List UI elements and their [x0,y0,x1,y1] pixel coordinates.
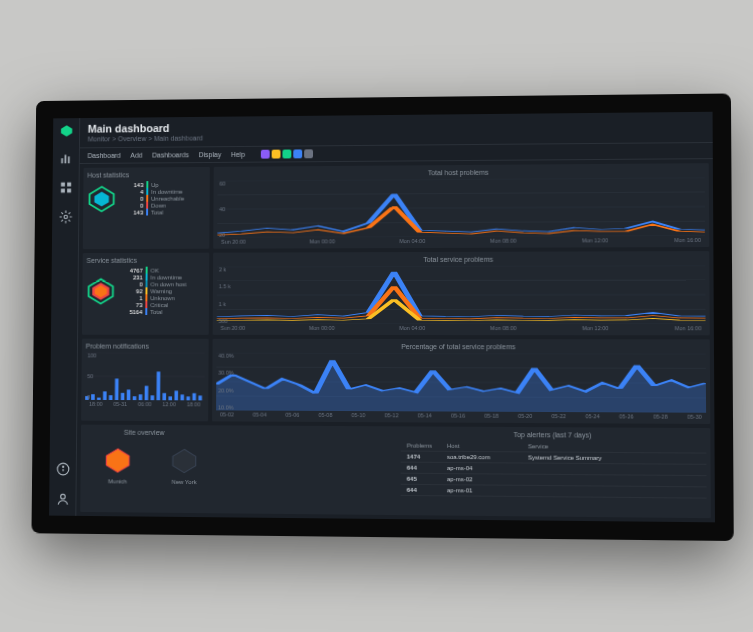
x-tick: 05-22 [551,413,565,419]
alerter-host: soa.tribe29.com [446,454,527,461]
x-tick: 05-16 [450,413,464,419]
stat-count: 4 [122,189,143,195]
notif-title: Problem notifications [85,343,204,350]
x-tick: 05-12 [384,412,398,418]
stat-row: 5164Total [120,308,185,315]
x-tick: Mon 04:00 [399,238,425,244]
notifications-panel: Problem notifications 100500 18:0005-310… [81,339,209,422]
svg-line-24 [216,280,704,281]
x-tick: Mon 00:00 [309,238,335,244]
svg-marker-57 [106,449,129,472]
site-hexagon-icon [170,447,198,475]
svg-rect-50 [198,396,202,401]
x-tick: Mon 04:00 [399,325,425,331]
x-tick: 05-04 [252,412,266,418]
badge-gray-icon[interactable] [303,149,312,158]
svg-rect-48 [186,397,190,401]
site-munich[interactable]: Munich [103,447,131,485]
stat-row: 73Critical [121,301,186,308]
svg-rect-7 [66,189,70,193]
monitor-icon[interactable] [59,151,73,167]
x-tick: Mon 08:00 [490,325,516,331]
toolbar-dashboard[interactable]: Dashboard [87,152,120,159]
alerters-title: Top alerters (last 7 days) [400,430,705,439]
grid-icon[interactable] [58,181,72,197]
badge-purple-icon[interactable] [260,150,269,159]
stat-row: 143Total [121,208,183,215]
svg-marker-58 [172,449,195,472]
alerter-row[interactable]: 644ap-ms-01 [400,485,706,499]
stat-count: 92 [121,288,142,294]
alerter-problems: 645 [406,476,446,482]
svg-rect-37 [120,393,124,400]
gear-icon[interactable] [58,210,72,226]
toolbar-help[interactable]: Help [230,151,244,158]
svg-rect-6 [60,189,64,193]
stat-color-bar [145,287,147,294]
badge-yellow-icon[interactable] [271,150,280,159]
svg-rect-42 [150,395,154,400]
site-new-york[interactable]: New York [170,447,198,485]
alerters-col-service: Service [527,443,547,449]
stat-label: Unknown [150,295,174,301]
x-tick: 05-06 [285,412,299,418]
chart-title-pct: Percentage of total service problems [216,343,705,351]
badge-green-icon[interactable] [282,150,291,159]
alerter-host: ap-ms-02 [446,476,527,483]
svg-line-18 [217,221,705,223]
stat-row: 1Unknown [121,294,186,301]
svg-point-11 [62,466,63,467]
badge-blue-icon[interactable] [293,149,302,158]
svg-rect-36 [114,379,118,400]
service-problems-chart[interactable]: 2 k1.5 k1 k500 [216,265,705,324]
svg-rect-2 [64,155,66,164]
top-alerters-panel: Top alerters (last 7 days) Problems Host… [400,430,706,514]
stat-color-bar [145,301,147,308]
stat-count: 143 [122,182,143,188]
stat-color-bar [146,181,148,188]
alerter-host: ap-ms-04 [446,465,527,472]
svg-rect-35 [108,395,112,400]
stat-color-bar [145,280,147,287]
percentage-chart[interactable]: 40.0%30.0%20.0%10.0% [216,353,706,413]
notifications-chart[interactable]: 100500 [85,352,204,400]
stat-count: 0 [121,281,142,287]
stat-label: In downtime [151,188,183,194]
svg-line-15 [217,177,704,180]
stat-color-bar [146,188,148,195]
svg-rect-40 [138,394,142,400]
host-problems-chart[interactable]: 604020 [217,177,705,238]
app-logo-icon[interactable] [59,124,73,138]
sidebar [49,118,80,516]
toolbar-add[interactable]: Add [130,152,142,159]
host-statistics-panel: Host statistics 143Up4In downtime0Unreac… [82,167,209,249]
stat-label: OK [150,267,158,273]
svg-point-12 [60,494,65,499]
svg-rect-3 [67,156,69,163]
stat-label: Up [151,182,159,188]
toolbar-display[interactable]: Display [198,151,220,158]
x-tick: Sun 20:00 [220,325,245,331]
svg-rect-44 [162,393,166,400]
x-tick: Mon 00:00 [308,325,334,331]
toolbar-dashboards[interactable]: Dashboards [152,151,189,158]
service-statistics-panel: Service statistics 4767OK231In downtime0… [81,253,208,335]
alerters-col-host: Host [446,443,527,450]
stat-count: 1 [121,295,142,301]
toolbar-badges [260,149,312,158]
stat-label: Warning [150,288,172,294]
svg-marker-14 [94,191,109,206]
stat-color-bar [145,274,147,281]
user-icon[interactable] [55,492,69,508]
percentage-chart-panel: Percentage of total service problems 40.… [212,339,710,424]
x-tick: Mon 08:00 [490,238,516,244]
svg-rect-1 [60,158,62,163]
alerter-problems: 644 [406,487,446,493]
chart-title-service: Total service problems [217,255,705,263]
service-hexagon-icon [86,276,115,306]
svg-rect-46 [174,391,178,401]
x-tick: 05-30 [687,414,702,420]
stat-count: 143 [121,209,142,215]
svg-rect-41 [144,386,148,400]
info-icon[interactable] [55,462,69,478]
